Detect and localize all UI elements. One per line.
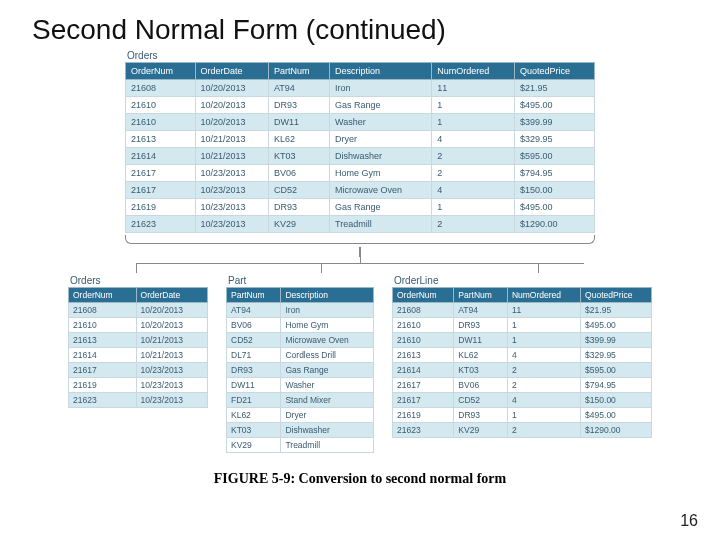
- table-cell: 21623: [69, 393, 137, 408]
- table-cell: 21613: [393, 348, 454, 363]
- table-cell: 10/23/2013: [136, 363, 207, 378]
- table-cell: 10/20/2013: [195, 114, 268, 131]
- table-cell: DW11: [454, 333, 508, 348]
- table-cell: CD52: [227, 333, 281, 348]
- table-cell: FD21: [227, 393, 281, 408]
- table-row: 2161010/20/2013: [69, 318, 208, 333]
- table-cell: 1: [432, 97, 515, 114]
- table-cell: Treadmill: [329, 216, 431, 233]
- table-cell: Dishwasher: [329, 148, 431, 165]
- table-row: 2162310/23/2013: [69, 393, 208, 408]
- table-cell: 1: [507, 408, 580, 423]
- table-cell: $21.95: [514, 80, 594, 97]
- table-cell: $495.00: [581, 408, 652, 423]
- table-cell: 21608: [69, 303, 137, 318]
- table-cell: 10/23/2013: [136, 393, 207, 408]
- table-row: 2161710/23/2013CD52Microwave Oven4$150.0…: [126, 182, 595, 199]
- table-row: 21614KT032$595.00: [393, 363, 652, 378]
- table-cell: CD52: [269, 182, 330, 199]
- table-cell: Washer: [281, 378, 374, 393]
- table-cell: Gas Range: [281, 363, 374, 378]
- table-cell: 10/21/2013: [136, 348, 207, 363]
- table-cell: $21.95: [581, 303, 652, 318]
- orderline-header: OrderNum: [393, 288, 454, 303]
- table-cell: BV06: [269, 165, 330, 182]
- table-cell: $150.00: [581, 393, 652, 408]
- orderline-panel: OrderLine OrderNumPartNumNumOrderedQuote…: [392, 275, 652, 453]
- orderline-label: OrderLine: [394, 275, 652, 286]
- table-cell: DR93: [454, 408, 508, 423]
- table-cell: 10/23/2013: [195, 199, 268, 216]
- table-cell: KV29: [454, 423, 508, 438]
- table-row: BV06Home Gym: [227, 318, 374, 333]
- table-cell: 1: [432, 114, 515, 131]
- table-cell: 21614: [69, 348, 137, 363]
- table-row: 2161710/23/2013: [69, 363, 208, 378]
- table-cell: 21610: [69, 318, 137, 333]
- table-row: 2161310/21/2013: [69, 333, 208, 348]
- table-row: 21610DR931$495.00: [393, 318, 652, 333]
- table-cell: 1: [432, 199, 515, 216]
- table-cell: 1: [507, 333, 580, 348]
- table-cell: $329.95: [514, 131, 594, 148]
- table-cell: 10/23/2013: [195, 165, 268, 182]
- table-cell: $1290.00: [581, 423, 652, 438]
- table-cell: Stand Mixer: [281, 393, 374, 408]
- table-cell: $150.00: [514, 182, 594, 199]
- orderline-header: NumOrdered: [507, 288, 580, 303]
- table-row: 21608AT9411$21.95: [393, 303, 652, 318]
- top-header: OrderDate: [195, 63, 268, 80]
- fanout: [80, 257, 640, 273]
- table-cell: DR93: [227, 363, 281, 378]
- table-row: 2161710/23/2013BV06Home Gym2$794.95: [126, 165, 595, 182]
- table-cell: Gas Range: [329, 199, 431, 216]
- table-cell: BV06: [454, 378, 508, 393]
- table-cell: 21617: [393, 378, 454, 393]
- table-cell: 1: [507, 318, 580, 333]
- table-cell: AT94: [454, 303, 508, 318]
- orders-label: Orders: [70, 275, 208, 286]
- table-row: 2161410/21/2013: [69, 348, 208, 363]
- table-row: 2161910/23/2013: [69, 378, 208, 393]
- page-number: 16: [680, 512, 698, 530]
- table-cell: Dryer: [281, 408, 374, 423]
- table-row: DR93Gas Range: [227, 363, 374, 378]
- table-row: AT94Iron: [227, 303, 374, 318]
- table-cell: $495.00: [581, 318, 652, 333]
- top-table-panel: Orders OrderNumOrderDatePartNumDescripti…: [125, 50, 595, 233]
- table-cell: 21610: [126, 114, 196, 131]
- top-header: OrderNum: [126, 63, 196, 80]
- table-cell: 10/20/2013: [136, 318, 207, 333]
- table-row: 2160810/20/2013AT94Iron11$21.95: [126, 80, 595, 97]
- part-header: PartNum: [227, 288, 281, 303]
- table-cell: Microwave Oven: [329, 182, 431, 199]
- table-cell: 2: [507, 423, 580, 438]
- table-cell: $495.00: [514, 97, 594, 114]
- table-row: 21617CD524$150.00: [393, 393, 652, 408]
- table-cell: DL71: [227, 348, 281, 363]
- top-header: PartNum: [269, 63, 330, 80]
- table-cell: Dishwasher: [281, 423, 374, 438]
- table-row: 21617BV062$794.95: [393, 378, 652, 393]
- table-cell: Home Gym: [281, 318, 374, 333]
- table-cell: Washer: [329, 114, 431, 131]
- table-cell: $794.95: [514, 165, 594, 182]
- table-cell: $399.99: [514, 114, 594, 131]
- table-cell: 2: [507, 378, 580, 393]
- table-cell: $794.95: [581, 378, 652, 393]
- top-table-label: Orders: [127, 50, 595, 61]
- table-cell: 21623: [393, 423, 454, 438]
- table-cell: DW11: [227, 378, 281, 393]
- table-cell: Cordless Drill: [281, 348, 374, 363]
- table-row: DL71Cordless Drill: [227, 348, 374, 363]
- table-cell: 21608: [126, 80, 196, 97]
- table-cell: CD52: [454, 393, 508, 408]
- table-row: 21610DW111$399.99: [393, 333, 652, 348]
- table-cell: $595.00: [514, 148, 594, 165]
- table-cell: KL62: [454, 348, 508, 363]
- table-cell: 21617: [393, 393, 454, 408]
- table-row: DW11Washer: [227, 378, 374, 393]
- table-cell: 10/21/2013: [195, 131, 268, 148]
- table-cell: 4: [507, 348, 580, 363]
- bottom-row: Orders OrderNumOrderDate 2160810/20/2013…: [0, 275, 720, 453]
